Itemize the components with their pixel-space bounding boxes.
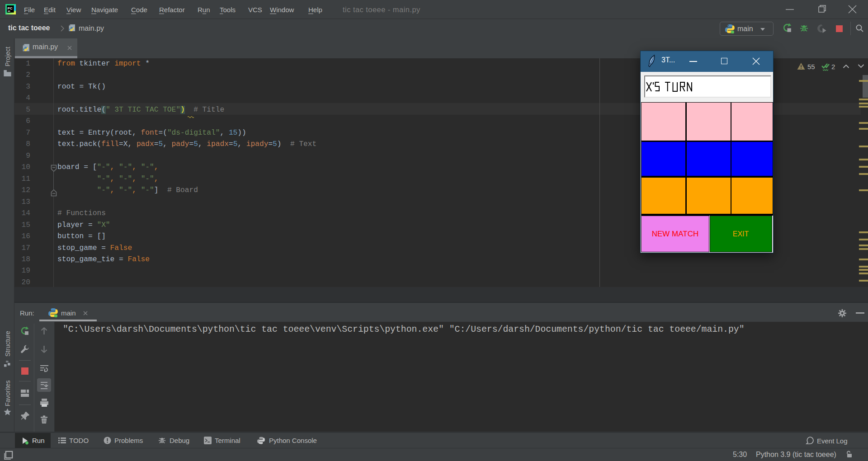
svg-text:PC: PC: [7, 6, 12, 10]
